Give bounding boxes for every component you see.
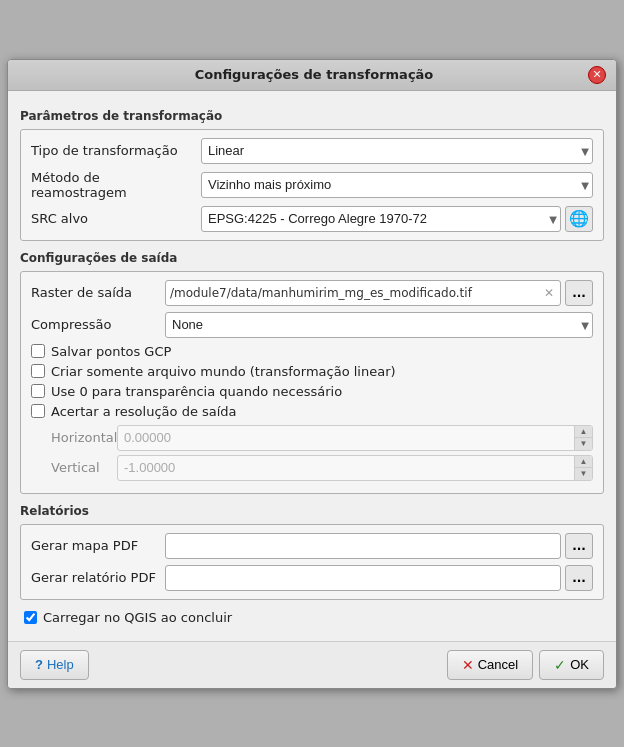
transform-type-row: Tipo de transformação LinearThin Plate S… bbox=[31, 138, 593, 164]
help-label: Help bbox=[47, 657, 74, 672]
report-pdf-label: Gerar relatório PDF bbox=[31, 570, 161, 585]
load-qgis-row: Carregar no QGIS ao concluir bbox=[24, 610, 604, 625]
map-pdf-row: Gerar mapa PDF ... bbox=[31, 533, 593, 559]
save-gcp-label: Salvar pontos GCP bbox=[51, 344, 171, 359]
footer: ? Help ✕ Cancel ✓ OK bbox=[8, 641, 616, 688]
resample-method-label: Método de reamostragem bbox=[31, 170, 201, 200]
horizontal-spinner: ▲ ▼ bbox=[574, 426, 592, 450]
report-pdf-row: Gerar relatório PDF ... bbox=[31, 565, 593, 591]
resample-method-select[interactable]: Vizinho mais próximoLinearCúbicoBicúbico bbox=[201, 172, 593, 198]
horizontal-input[interactable] bbox=[117, 425, 593, 451]
compression-row: Compressão NoneLZWDEFLATEPACKBITS ▼ bbox=[31, 312, 593, 338]
vertical-spin-up[interactable]: ▲ bbox=[574, 456, 592, 469]
globe-button[interactable]: 🌐 bbox=[565, 206, 593, 232]
reports-section: Gerar mapa PDF ... Gerar relatório PDF .… bbox=[20, 524, 604, 600]
resample-method-row: Método de reamostragem Vizinho mais próx… bbox=[31, 170, 593, 200]
save-gcp-row: Salvar pontos GCP bbox=[31, 344, 593, 359]
raster-clear-button[interactable]: ✕ bbox=[542, 286, 556, 300]
vertical-label: Vertical bbox=[31, 460, 111, 475]
map-pdf-label: Gerar mapa PDF bbox=[31, 538, 161, 553]
transparency-checkbox[interactable] bbox=[31, 384, 45, 398]
src-input-area: EPSG:4225 - Corrego Alegre 1970-72EPSG:4… bbox=[201, 206, 593, 232]
vertical-input[interactable] bbox=[117, 455, 593, 481]
horizontal-label: Horizontal bbox=[31, 430, 111, 445]
report-pdf-browse-button[interactable]: ... bbox=[565, 565, 593, 591]
transform-type-select-wrapper: LinearThin Plate SplinePolynomial 1Polyn… bbox=[201, 138, 593, 164]
transform-params-section: Tipo de transformação LinearThin Plate S… bbox=[20, 129, 604, 241]
output-config-section-label: Configurações de saída bbox=[20, 251, 604, 265]
close-icon: ✕ bbox=[592, 68, 601, 81]
vertical-row: Vertical ▲ ▼ bbox=[31, 455, 593, 481]
raster-output-value: /module7/data/manhumirim_mg_es_modificad… bbox=[170, 286, 538, 300]
horizontal-spin-up[interactable]: ▲ bbox=[574, 426, 592, 439]
src-row: SRC alvo EPSG:4225 - Corrego Alegre 1970… bbox=[31, 206, 593, 232]
cancel-label: Cancel bbox=[478, 657, 518, 672]
dialog-title: Configurações de transformação bbox=[40, 67, 588, 82]
vertical-spin-down[interactable]: ▼ bbox=[574, 468, 592, 480]
output-config-section: Raster de saída /module7/data/manhumirim… bbox=[20, 271, 604, 494]
transform-type-label: Tipo de transformação bbox=[31, 143, 201, 158]
raster-output-row: Raster de saída /module7/data/manhumirim… bbox=[31, 280, 593, 306]
save-gcp-checkbox[interactable] bbox=[31, 344, 45, 358]
load-qgis-checkbox[interactable] bbox=[24, 611, 37, 624]
world-file-row: Criar somente arquivo mundo (transformaç… bbox=[31, 364, 593, 379]
close-button[interactable]: ✕ bbox=[588, 66, 606, 84]
title-bar: Configurações de transformação ✕ bbox=[8, 60, 616, 91]
horizontal-spin-down[interactable]: ▼ bbox=[574, 438, 592, 450]
resolution-row: Acertar a resolução de saída bbox=[31, 404, 593, 419]
horizontal-row: Horizontal ▲ ▼ bbox=[31, 425, 593, 451]
compression-label: Compressão bbox=[31, 317, 161, 332]
vertical-input-wrap: ▲ ▼ bbox=[117, 455, 593, 481]
horizontal-input-wrap: ▲ ▼ bbox=[117, 425, 593, 451]
ok-label: OK bbox=[570, 657, 589, 672]
resolution-checkbox[interactable] bbox=[31, 404, 45, 418]
cancel-icon: ✕ bbox=[462, 657, 474, 673]
raster-output-label: Raster de saída bbox=[31, 285, 161, 300]
footer-right: ✕ Cancel ✓ OK bbox=[447, 650, 604, 680]
src-select[interactable]: EPSG:4225 - Corrego Alegre 1970-72EPSG:4… bbox=[201, 206, 561, 232]
help-icon: ? bbox=[35, 657, 43, 672]
world-file-checkbox[interactable] bbox=[31, 364, 45, 378]
transparency-row: Use 0 para transparência quando necessár… bbox=[31, 384, 593, 399]
transparency-label: Use 0 para transparência quando necessár… bbox=[51, 384, 342, 399]
ok-icon: ✓ bbox=[554, 657, 566, 673]
resolution-inputs-section: Horizontal ▲ ▼ Vertical ▲ bbox=[31, 425, 593, 481]
dialog-body: Parâmetros de transformação Tipo de tran… bbox=[8, 91, 616, 641]
raster-output-input-wrap: /module7/data/manhumirim_mg_es_modificad… bbox=[165, 280, 561, 306]
map-pdf-input[interactable] bbox=[165, 533, 561, 559]
world-file-label: Criar somente arquivo mundo (transformaç… bbox=[51, 364, 396, 379]
footer-left: ? Help bbox=[20, 650, 89, 680]
compression-select[interactable]: NoneLZWDEFLATEPACKBITS bbox=[165, 312, 593, 338]
dialog: Configurações de transformação ✕ Parâmet… bbox=[7, 59, 617, 689]
ok-button[interactable]: ✓ OK bbox=[539, 650, 604, 680]
report-pdf-input[interactable] bbox=[165, 565, 561, 591]
src-label: SRC alvo bbox=[31, 211, 201, 226]
cancel-button[interactable]: ✕ Cancel bbox=[447, 650, 533, 680]
transform-params-section-label: Parâmetros de transformação bbox=[20, 109, 604, 123]
raster-browse-button[interactable]: ... bbox=[565, 280, 593, 306]
src-select-wrapper: EPSG:4225 - Corrego Alegre 1970-72EPSG:4… bbox=[201, 206, 561, 232]
reports-section-label: Relatórios bbox=[20, 504, 604, 518]
compression-select-wrapper: NoneLZWDEFLATEPACKBITS ▼ bbox=[165, 312, 593, 338]
resolution-label: Acertar a resolução de saída bbox=[51, 404, 237, 419]
help-button[interactable]: ? Help bbox=[20, 650, 89, 680]
vertical-spinner: ▲ ▼ bbox=[574, 456, 592, 480]
resample-method-select-wrapper: Vizinho mais próximoLinearCúbicoBicúbico… bbox=[201, 172, 593, 198]
load-qgis-label: Carregar no QGIS ao concluir bbox=[43, 610, 232, 625]
transform-type-select[interactable]: LinearThin Plate SplinePolynomial 1Polyn… bbox=[201, 138, 593, 164]
map-pdf-browse-button[interactable]: ... bbox=[565, 533, 593, 559]
